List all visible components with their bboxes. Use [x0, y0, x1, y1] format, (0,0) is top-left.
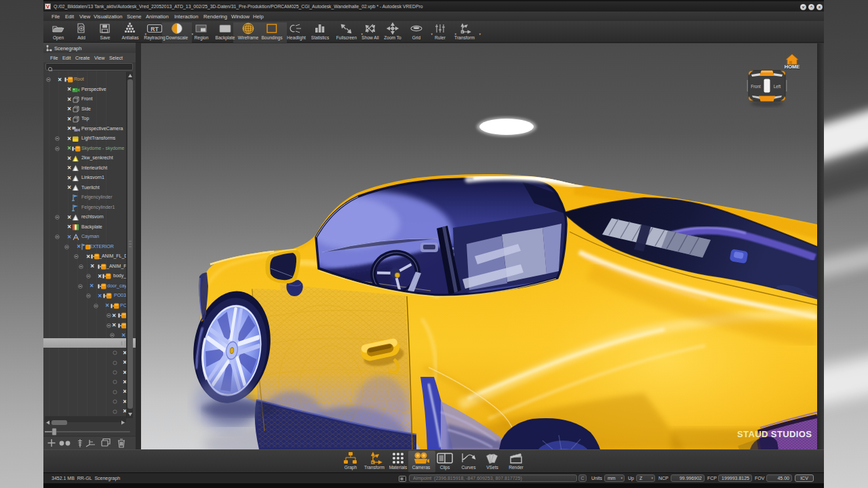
svg-text:Front: Front	[751, 84, 761, 89]
svg-text:Left: Left	[774, 84, 781, 89]
svg-text:RT: RT	[151, 26, 159, 33]
svg-text:STAUD STUDIOS: STAUD STUDIOS	[737, 429, 812, 439]
svg-text:HOME: HOME	[785, 64, 800, 70]
